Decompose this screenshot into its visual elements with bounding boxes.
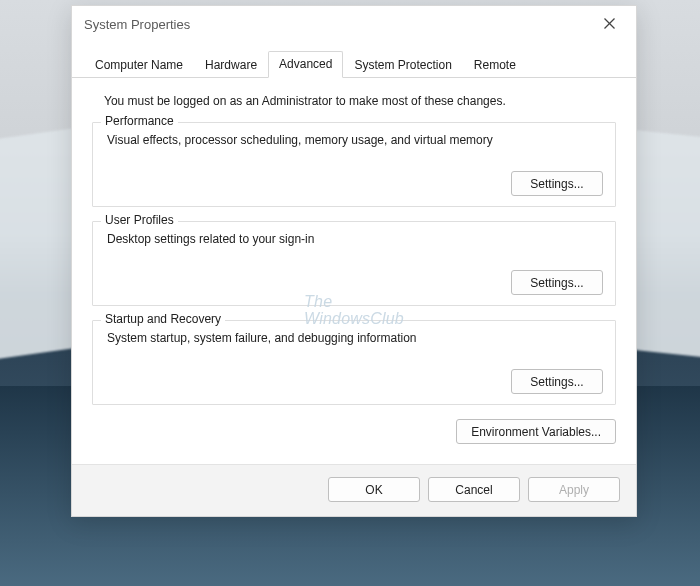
user-profiles-description: Desktop settings related to your sign-in — [107, 232, 603, 246]
tab-panel-advanced: You must be logged on as an Administrato… — [72, 78, 636, 454]
performance-settings-button[interactable]: Settings... — [511, 171, 603, 196]
admin-warning-text: You must be logged on as an Administrato… — [104, 94, 616, 108]
cancel-button[interactable]: Cancel — [428, 477, 520, 502]
apply-button[interactable]: Apply — [528, 477, 620, 502]
close-icon — [604, 16, 615, 32]
startup-recovery-description: System startup, system failure, and debu… — [107, 331, 603, 345]
close-button[interactable] — [588, 8, 630, 40]
performance-group: Performance Visual effects, processor sc… — [92, 122, 616, 207]
titlebar: System Properties — [72, 6, 636, 42]
environment-variables-button[interactable]: Environment Variables... — [456, 419, 616, 444]
tabstrip: Computer Name Hardware Advanced System P… — [72, 52, 636, 78]
tab-system-protection[interactable]: System Protection — [343, 52, 462, 78]
startup-recovery-group-title: Startup and Recovery — [101, 312, 225, 326]
user-profiles-group-title: User Profiles — [101, 213, 178, 227]
window-title: System Properties — [84, 17, 588, 32]
tab-advanced[interactable]: Advanced — [268, 51, 343, 78]
startup-recovery-settings-button[interactable]: Settings... — [511, 369, 603, 394]
user-profiles-settings-button[interactable]: Settings... — [511, 270, 603, 295]
user-profiles-group: User Profiles Desktop settings related t… — [92, 221, 616, 306]
dialog-footer: OK Cancel Apply — [72, 464, 636, 516]
tab-computer-name[interactable]: Computer Name — [84, 52, 194, 78]
ok-button[interactable]: OK — [328, 477, 420, 502]
performance-description: Visual effects, processor scheduling, me… — [107, 133, 603, 147]
tab-remote[interactable]: Remote — [463, 52, 527, 78]
system-properties-dialog: System Properties Computer Name Hardware… — [71, 5, 637, 517]
startup-recovery-group: Startup and Recovery System startup, sys… — [92, 320, 616, 405]
performance-group-title: Performance — [101, 114, 178, 128]
tab-hardware[interactable]: Hardware — [194, 52, 268, 78]
